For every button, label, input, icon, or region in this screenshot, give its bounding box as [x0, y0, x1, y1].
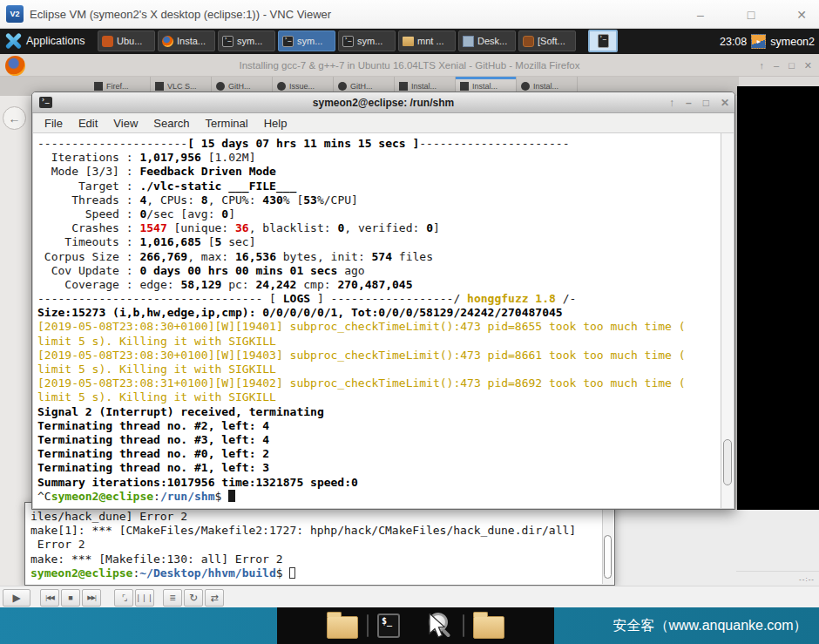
firefox-close-button[interactable]: ✕ [804, 60, 812, 71]
play-button[interactable]: ▶ [3, 589, 30, 607]
taskbar-terminal-icon-button[interactable] [588, 30, 618, 52]
terminal-line: iles/hack_dune] Error 2 [30, 510, 600, 524]
terminal-main-output[interactable]: ----------------------[ 15 days 07 hrs 1… [33, 133, 721, 508]
github-tab-icon [277, 82, 286, 91]
user-tray-icon[interactable]: ▸ [751, 34, 766, 49]
terminal-line: Target : ./vlc-static ___FILE___ [37, 180, 721, 193]
terminal-shade-button[interactable]: ↑ [669, 97, 674, 109]
scrollbar[interactable] [721, 133, 734, 508]
vlc-control-bar: 100% ▶|◀◀■▶▶|⌜⌟| | |≡↻⇄ [0, 586, 819, 607]
terminal-line: Cov Update : 0 days 00 hrs 00 mins 01 se… [37, 264, 721, 278]
terminal-line: Threads : 4, CPUs: 8, CPU%: 430% [53%/CP… [37, 193, 721, 207]
playlist-button[interactable]: ≡ [163, 589, 182, 607]
taskbar-task-button[interactable]: Desk... [458, 31, 516, 51]
taskbar-tasks: Ubu...Insta...sym...sym...sym...mnt ...D… [98, 31, 576, 51]
terminal-line: Timeouts : 1,016,685 [5 sec] [37, 235, 721, 249]
software-icon [523, 36, 534, 47]
task-label: Insta... [177, 36, 206, 46]
vnc-titlebar: V2 Eclipse VM (symeon2's X desktop (ecli… [0, 0, 819, 29]
menu-item-help[interactable]: Help [256, 113, 295, 133]
vnc-close-button[interactable]: ✕ [793, 8, 810, 22]
previous-button[interactable]: |◀◀ [40, 589, 59, 607]
clock: 23:08 [720, 36, 747, 48]
terminal-line: Coverage : edge: 58,129 pc: 24,242 cmp: … [37, 278, 721, 292]
github-tab-icon [216, 82, 225, 91]
terminal-line: [2019-05-08T23:08:30+0100][W][19403] sub… [37, 349, 721, 363]
loop-button[interactable]: ↻ [184, 589, 203, 607]
task-label: sym... [357, 36, 382, 46]
terminal-icon [342, 36, 354, 47]
applications-menu[interactable]: Applications [26, 29, 85, 54]
tab-label: Firef... [106, 82, 129, 91]
dock-folder-icon[interactable] [473, 616, 504, 639]
menu-item-terminal[interactable]: Terminal [198, 113, 256, 133]
next-button[interactable]: ▶▶| [82, 589, 101, 607]
tab-label: VLC S... [167, 82, 197, 91]
terminal-cursor [228, 490, 235, 502]
terminal-line: Size:15273 (i,b,hw,edge,ip,cmp): 0/0/0/0… [37, 306, 721, 320]
terminal-titlebar[interactable]: symeon2@eclipse: /run/shm ↑ – □ ✕ [32, 92, 734, 113]
taskbar-task-button[interactable]: sym... [218, 31, 275, 51]
tab-label: Instal... [411, 82, 437, 91]
task-label: sym... [297, 36, 322, 46]
shuffle-button[interactable]: ⇄ [205, 589, 224, 607]
dock-terminal-icon[interactable] [377, 613, 400, 638]
scrollbar[interactable] [602, 504, 613, 584]
terminal-line: limit 5 s). Killing it with SIGKILL [37, 390, 721, 404]
terminal-window-build[interactable]: iles/hack_dune] Error 2make[1]: *** [CMa… [24, 502, 615, 586]
taskbar-task-button[interactable]: mnt ... [398, 31, 456, 51]
menu-item-view[interactable]: View [105, 113, 146, 133]
taskbar-task-button[interactable]: [Soft... [518, 31, 576, 51]
folder-icon [403, 37, 414, 46]
terminal-line: Crashes : 1547 [unique: 36, blacklist: 0… [37, 221, 721, 235]
dock-separator [463, 614, 464, 637]
tab-label: GitH... [228, 82, 251, 91]
vlc-seekbar-strip: --:-- [736, 571, 819, 586]
applications-menu-icon[interactable] [4, 32, 22, 50]
firefox-window-title: Installing gcc-7 & g++-7 in Ubuntu 16.04… [0, 54, 819, 77]
task-label: [Soft... [538, 36, 565, 46]
vnc-window-title: Eclipse VM (symeon2's X desktop (eclipse… [30, 0, 331, 29]
firefox-shade-button[interactable]: ↑ [760, 60, 765, 71]
terminal-window-fuzzer[interactable]: symeon2@eclipse: /run/shm ↑ – □ ✕ FileEd… [31, 92, 735, 510]
desktop-icon [463, 36, 474, 47]
firefox-maximize-button[interactable]: □ [789, 60, 795, 71]
menu-item-edit[interactable]: Edit [71, 113, 105, 133]
task-label: Desk... [477, 36, 507, 46]
dock [277, 607, 554, 644]
terminal-minimize-button[interactable]: – [686, 97, 692, 109]
equalizer-button[interactable]: | | | [135, 589, 154, 607]
fullscreen-button[interactable]: ⌜⌟ [114, 589, 133, 607]
terminal-maximize-button[interactable]: □ [703, 97, 709, 109]
taskbar-task-button[interactable]: Insta... [158, 31, 215, 51]
scrollbar-thumb[interactable] [723, 439, 732, 485]
terminal-menubar: FileEditViewSearchTerminalHelp [33, 113, 734, 133]
github-tab-icon [338, 82, 347, 91]
terminal-line: Signal 2 (Interrupt) received, terminati… [37, 405, 721, 419]
terminal-line: limit 5 s). Killing it with SIGKILL [37, 335, 721, 349]
firefox-logo-icon [5, 56, 25, 76]
dock-separator [367, 614, 369, 637]
terminal-close-button[interactable]: ✕ [721, 97, 729, 109]
scrollbar-thumb[interactable] [604, 535, 612, 579]
menu-item-search[interactable]: Search [146, 113, 197, 133]
terminal-icon [282, 36, 294, 47]
terminal-line: symeon2@eclipse:~/Desktop/hhvm/build$ [30, 566, 600, 580]
taskbar-task-button[interactable]: sym... [338, 31, 396, 51]
firefox-back-button[interactable]: ← [3, 106, 26, 130]
terminal-line: Corpus Size : 266,769, max: 16,536 bytes… [37, 250, 721, 264]
taskbar-task-button[interactable]: Ubu... [98, 31, 155, 51]
terminal-line: --------------------------------- [ LOGS… [37, 292, 721, 306]
vlc-time-label: --:-- [799, 575, 815, 583]
task-label: Ubu... [117, 36, 142, 46]
tab-label: Issue... [289, 82, 315, 91]
dock-folder-icon[interactable] [327, 616, 358, 639]
taskbar-task-button[interactable]: sym... [278, 31, 335, 51]
vnc-logo-icon: V2 [6, 5, 24, 23]
menu-item-file[interactable]: File [37, 113, 71, 133]
vnc-maximize-button[interactable]: □ [742, 8, 760, 22]
firefox-minimize-button[interactable]: – [774, 60, 779, 71]
vnc-minimize-button[interactable]: – [692, 8, 709, 22]
terminal-line: Error 2 [30, 538, 600, 552]
stop-button[interactable]: ■ [61, 589, 80, 607]
